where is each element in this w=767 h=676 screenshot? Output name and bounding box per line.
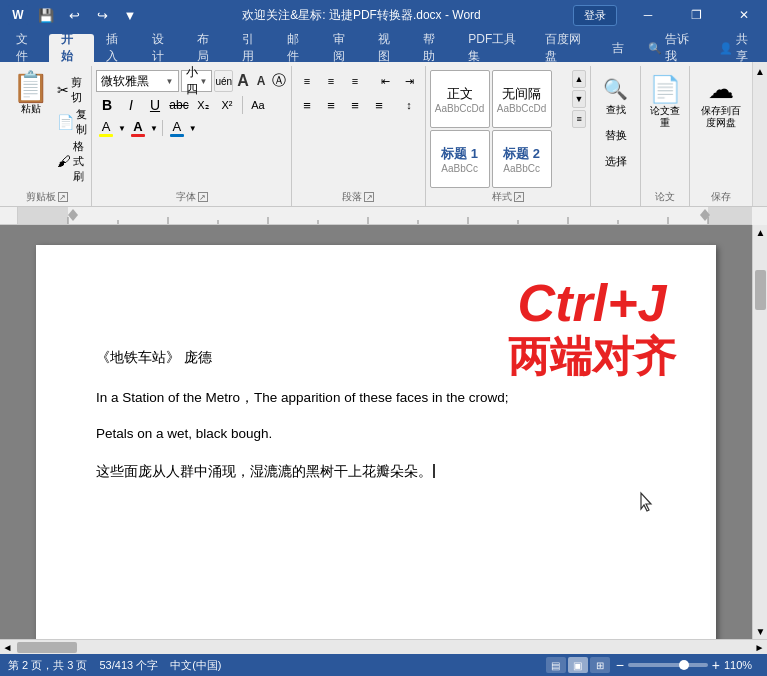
h-scroll-thumb[interactable] (17, 642, 77, 653)
tab-review[interactable]: 审阅 (321, 34, 366, 62)
highlight-arrow[interactable]: ▼ (118, 124, 126, 133)
italic-button[interactable]: I (120, 94, 142, 116)
increase-indent-button[interactable]: ⇥ (398, 70, 420, 92)
strikethrough-button[interactable]: abc (168, 94, 190, 116)
replace-button[interactable]: 替换 (601, 124, 631, 146)
scroll-left-button[interactable]: ◄ (0, 640, 15, 655)
style-normal[interactable]: 正文 AaBbCcDd (430, 70, 490, 128)
copy-button[interactable]: 📄 复制 (57, 107, 87, 137)
format-painter-button[interactable]: 🖌 格式刷 (57, 139, 87, 184)
multilevel-button[interactable]: ≡ (344, 70, 366, 92)
underline-button[interactable]: U (144, 94, 166, 116)
justify-button[interactable]: ≡ (368, 94, 390, 116)
title-bar: W 💾 ↩ ↪ ▼ 欢迎关注&星标: 迅捷PDF转换器.docx - Word … (0, 0, 767, 30)
view-normal-button[interactable]: ▤ (546, 657, 566, 673)
view-print-button[interactable]: ▣ (568, 657, 588, 673)
check-paper-button[interactable]: 📄 论文查重 (649, 74, 681, 129)
superscript-button[interactable]: X² (216, 94, 238, 116)
change-case-button[interactable]: Aa (247, 94, 269, 116)
svg-rect-1 (708, 207, 752, 225)
tab-pdf-tools[interactable]: PDF工具集 (456, 34, 533, 62)
style-gallery-arrows: ▲ ▼ ≡ (572, 70, 586, 128)
shading-button[interactable]: A (167, 118, 187, 138)
font-color-button[interactable]: A (128, 118, 148, 138)
tab-mailings[interactable]: 邮件 (275, 34, 320, 62)
font-name-dropdown[interactable]: 微软雅黑 ▼ (96, 70, 179, 92)
para-row1: ≡ ≡ ≡ ⇤ ⇥ ↕ ¶ (296, 70, 421, 92)
font-expander[interactable]: ↗ (198, 192, 208, 202)
scroll-track[interactable] (753, 240, 767, 624)
zoom-in-button[interactable]: + (712, 657, 720, 673)
tab-insert[interactable]: 插入 (94, 34, 139, 62)
paper-group: 📄 论文查重 论文 (641, 66, 690, 206)
save-baidu-button[interactable]: ☁ 保存到百度网盘 (698, 74, 744, 129)
style-down-button[interactable]: ▼ (572, 90, 586, 108)
ribbon-scroll-up[interactable]: ▲ (753, 64, 768, 79)
style-heading2[interactable]: 标题 2 AaBbCc (492, 130, 552, 188)
close-button[interactable]: ✕ (721, 0, 767, 30)
paragraph-group-label: 段落 ↗ (292, 190, 425, 204)
tab-help[interactable]: 帮助 (411, 34, 456, 62)
font-color-arrow[interactable]: ▼ (150, 124, 158, 133)
save-qat-button[interactable]: 💾 (34, 3, 58, 27)
bullets-button[interactable]: ≡ (296, 70, 318, 92)
select-button[interactable]: 选择 (601, 150, 631, 172)
grow-font-button[interactable]: A (235, 70, 251, 92)
tab-home[interactable]: 开始 (49, 34, 94, 62)
tab-design[interactable]: 设计 (140, 34, 185, 62)
align-right-button[interactable]: ≡ (344, 94, 366, 116)
bold-button[interactable]: B (96, 94, 118, 116)
highlight-button[interactable]: A (96, 118, 116, 138)
tab-references[interactable]: 引用 (230, 34, 275, 62)
style-heading1[interactable]: 标题 1 AaBbCc (430, 130, 490, 188)
line-spacing-button[interactable]: ↕ (398, 94, 420, 116)
style-more-button[interactable]: ≡ (572, 110, 586, 128)
phonetic-button[interactable]: uén (214, 70, 233, 92)
maximize-button[interactable]: ❐ (673, 0, 719, 30)
paragraph-expander[interactable]: ↗ (364, 192, 374, 202)
scroll-right-button[interactable]: ► (752, 640, 767, 655)
tab-layout[interactable]: 布局 (185, 34, 230, 62)
tab-file[interactable]: 文件 (4, 34, 49, 62)
font-size-dropdown[interactable]: 小四 ▼ (181, 70, 213, 92)
customize-qat-button[interactable]: ▼ (118, 3, 142, 27)
doc-scroll-area[interactable]: Ctrl+J 两端对齐 《地铁车站》 庞德 In a Station of th… (0, 225, 752, 639)
status-bar-right: ▤ ▣ ⊞ − + 110% (546, 657, 759, 673)
vertical-scrollbar: ▲ ▼ (752, 225, 767, 639)
shading-arrow[interactable]: ▼ (189, 124, 197, 133)
view-web-button[interactable]: ⊞ (590, 657, 610, 673)
login-button[interactable]: 登录 (573, 5, 617, 26)
style-expander[interactable]: ↗ (514, 192, 524, 202)
clipboard-expander[interactable]: ↗ (58, 192, 68, 202)
tab-share[interactable]: 👤共享 (707, 34, 767, 62)
save-baidu-icon: ☁ (708, 74, 734, 105)
decrease-indent-button[interactable]: ⇤ (374, 70, 396, 92)
tab-ji[interactable]: 吉 (600, 34, 636, 62)
scroll-down-button[interactable]: ▼ (753, 624, 767, 639)
scroll-thumb[interactable] (755, 270, 766, 310)
tab-baidu-pan[interactable]: 百度网盘 (533, 34, 599, 62)
cut-button[interactable]: ✂ 剪切 (57, 75, 87, 105)
numbering-button[interactable]: ≡ (320, 70, 342, 92)
minimize-button[interactable]: ─ (625, 0, 671, 30)
style-up-button[interactable]: ▲ (572, 70, 586, 88)
copy-icon: 📄 (57, 114, 74, 130)
page-info: 第 2 页，共 3 页 (8, 658, 87, 673)
title-bar-left: W 💾 ↩ ↪ ▼ (0, 3, 150, 27)
zoom-out-button[interactable]: − (616, 657, 624, 673)
redo-qat-button[interactable]: ↪ (90, 3, 114, 27)
style-no-spacing[interactable]: 无间隔 AaBbCcDd (492, 70, 552, 128)
shrink-font-button[interactable]: A (253, 70, 269, 92)
find-button[interactable]: 🔍 查找 (598, 74, 634, 120)
align-center-button[interactable]: ≡ (320, 94, 342, 116)
paste-button[interactable]: 📋 粘贴 (6, 70, 55, 188)
subscript-button[interactable]: X₂ (192, 94, 214, 116)
tab-tell-me[interactable]: 🔍告诉我 (636, 34, 707, 62)
tab-view[interactable]: 视图 (366, 34, 411, 62)
scroll-up-button[interactable]: ▲ (753, 225, 767, 240)
h-scroll-track[interactable] (15, 640, 752, 654)
zoom-slider[interactable] (628, 663, 708, 667)
clear-format-button[interactable]: Ⓐ (271, 70, 287, 92)
undo-qat-button[interactable]: ↩ (62, 3, 86, 27)
align-left-button[interactable]: ≡ (296, 94, 318, 116)
